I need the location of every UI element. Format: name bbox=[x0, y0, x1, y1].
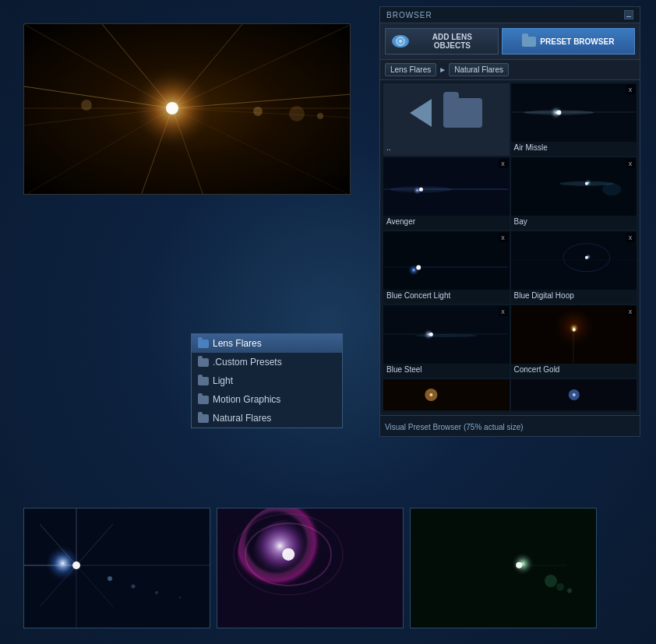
close-icon-air-missle[interactable]: x bbox=[626, 85, 635, 94]
preview-thumb-3 bbox=[410, 508, 597, 628]
svg-point-15 bbox=[253, 107, 263, 116]
svg-point-16 bbox=[289, 106, 305, 121]
add-lens-objects-label: ADD LENS OBJECTS bbox=[413, 33, 492, 50]
svg-rect-57 bbox=[383, 379, 510, 410]
close-icon-blue-digital-hoop[interactable]: x bbox=[626, 233, 635, 242]
svg-point-74 bbox=[108, 576, 112, 581]
breadcrumb-arrow: ► bbox=[439, 65, 446, 74]
thumb-air-missle bbox=[511, 83, 637, 142]
grid-item-bay[interactable]: x Bay bbox=[511, 157, 637, 230]
folder-icon-motion-graphics bbox=[198, 396, 209, 404]
svg-point-55 bbox=[572, 329, 575, 332]
folder-icon-light bbox=[198, 377, 209, 385]
grid-item-back[interactable]: .. bbox=[383, 83, 510, 156]
main-preview bbox=[23, 23, 351, 195]
folder-icon-natural-flares bbox=[198, 414, 209, 423]
dropdown-item-light-label: Light bbox=[213, 375, 233, 386]
svg-point-77 bbox=[179, 596, 182, 599]
breadcrumb-lens-flares[interactable]: Lens Flares bbox=[385, 63, 436, 76]
svg-point-51 bbox=[415, 334, 478, 337]
grid-item-blue-digital-hoop[interactable]: x Blue Digital bbox=[511, 231, 637, 304]
svg-point-59 bbox=[429, 393, 432, 396]
grid-item-concert-gold[interactable]: x bbox=[511, 305, 637, 378]
browser-footer-text: Visual Preset Browser (75% actual size) bbox=[385, 423, 524, 431]
thumb-avenger bbox=[383, 157, 510, 216]
back-label: .. bbox=[383, 142, 510, 154]
preview-thumb-2 bbox=[217, 508, 404, 628]
grid-item-partial2[interactable] bbox=[511, 379, 637, 412]
folder-large-icon bbox=[443, 98, 482, 128]
svg-point-35 bbox=[584, 182, 587, 185]
thumb-bay bbox=[511, 157, 637, 216]
back-arrow-icon bbox=[410, 99, 432, 127]
browser-footer: Visual Preset Browser (75% actual size) bbox=[380, 415, 640, 436]
browser-grid: .. x bbox=[380, 80, 640, 415]
back-arrow-area bbox=[383, 83, 510, 142]
label-blue-concert-light: Blue Concert Light bbox=[383, 290, 510, 302]
svg-rect-37 bbox=[383, 231, 510, 290]
main-preview-inner bbox=[24, 24, 350, 194]
close-icon-concert-gold[interactable]: x bbox=[626, 307, 635, 316]
folder-icon-lens-flares bbox=[198, 340, 209, 348]
thumb-blue-digital-hoop bbox=[511, 231, 637, 290]
close-icon-avenger[interactable]: x bbox=[499, 159, 508, 168]
svg-rect-26 bbox=[383, 157, 510, 216]
close-icon-bay[interactable]: x bbox=[626, 159, 635, 168]
thumb-partial2 bbox=[511, 379, 637, 410]
svg-point-36 bbox=[602, 183, 621, 195]
svg-point-17 bbox=[81, 100, 92, 111]
close-icon-blue-steel[interactable]: x bbox=[499, 307, 508, 316]
label-bay: Bay bbox=[511, 216, 637, 228]
dropdown-item-natural-flares-label: Natural Flares bbox=[213, 413, 271, 424]
close-icon-blue-concert-light[interactable]: x bbox=[499, 233, 508, 242]
svg-point-87 bbox=[545, 575, 557, 587]
thumb-blue-concert-light bbox=[383, 231, 510, 290]
svg-point-89 bbox=[567, 588, 572, 593]
dropdown-item-lens-flares[interactable]: Lens Flares bbox=[192, 334, 342, 353]
dropdown-item-custom-presets-label: .Custom Presets bbox=[213, 357, 282, 368]
thumb-blue-steel bbox=[383, 305, 510, 364]
dropdown-item-custom-presets[interactable]: .Custom Presets bbox=[192, 353, 342, 371]
grid-item-avenger[interactable]: x A bbox=[383, 157, 510, 230]
browser-panel: BROWSER ADD LENS OBJECTS PRESET BROWSER … bbox=[379, 6, 640, 437]
browser-minimize-button[interactable] bbox=[624, 10, 633, 19]
grid-item-blue-steel[interactable]: x Blue Steel bbox=[383, 305, 510, 378]
dropdown-item-lens-flares-label: Lens Flares bbox=[213, 338, 262, 349]
grid-item-blue-concert-light[interactable]: x Blue Concert bbox=[383, 231, 510, 304]
preview-thumb-1 bbox=[23, 508, 210, 628]
dropdown-item-motion-graphics[interactable]: Motion Graphics bbox=[192, 390, 342, 409]
dropdown-item-motion-graphics-label: Motion Graphics bbox=[213, 394, 280, 405]
lens-icon bbox=[392, 35, 409, 48]
grid-item-partial1[interactable] bbox=[383, 379, 510, 412]
svg-point-45 bbox=[584, 256, 587, 259]
dropdown-item-natural-flares[interactable]: Natural Flares bbox=[192, 409, 342, 428]
svg-point-81 bbox=[282, 548, 294, 561]
svg-point-62 bbox=[572, 393, 575, 396]
svg-rect-42 bbox=[511, 231, 637, 290]
preview-2-inner bbox=[217, 509, 403, 628]
preview-1-inner bbox=[24, 509, 210, 628]
thumb-concert-gold bbox=[511, 305, 637, 364]
breadcrumb-natural-flares[interactable]: Natural Flares bbox=[449, 63, 509, 76]
dropdown-item-light[interactable]: Light bbox=[192, 371, 342, 390]
svg-point-18 bbox=[317, 113, 323, 119]
browser-title-bar: BROWSER bbox=[380, 7, 640, 23]
folder-browser-icon bbox=[522, 37, 536, 47]
preview-3-inner bbox=[411, 509, 596, 628]
svg-point-76 bbox=[155, 591, 158, 594]
grid-item-air-missle[interactable]: x Air Missle bbox=[511, 83, 637, 156]
svg-point-20 bbox=[399, 40, 402, 43]
preset-browser-button[interactable]: PRESET BROWSER bbox=[502, 28, 635, 55]
svg-point-75 bbox=[132, 585, 136, 589]
browser-toolbar: ADD LENS OBJECTS PRESET BROWSER bbox=[380, 23, 640, 60]
label-avenger: Avenger bbox=[383, 216, 510, 228]
bottom-previews bbox=[0, 508, 656, 628]
dropdown-menu: Lens Flares .Custom Presets Light Motion… bbox=[191, 333, 343, 428]
svg-point-73 bbox=[72, 561, 80, 569]
browser-title: BROWSER bbox=[386, 11, 432, 19]
svg-point-88 bbox=[556, 583, 564, 591]
label-blue-steel: Blue Steel bbox=[383, 364, 510, 376]
label-blue-digital-hoop: Blue Digital Hoop bbox=[511, 290, 637, 302]
add-lens-objects-button[interactable]: ADD LENS OBJECTS bbox=[385, 28, 499, 55]
preset-browser-label: PRESET BROWSER bbox=[540, 37, 614, 46]
